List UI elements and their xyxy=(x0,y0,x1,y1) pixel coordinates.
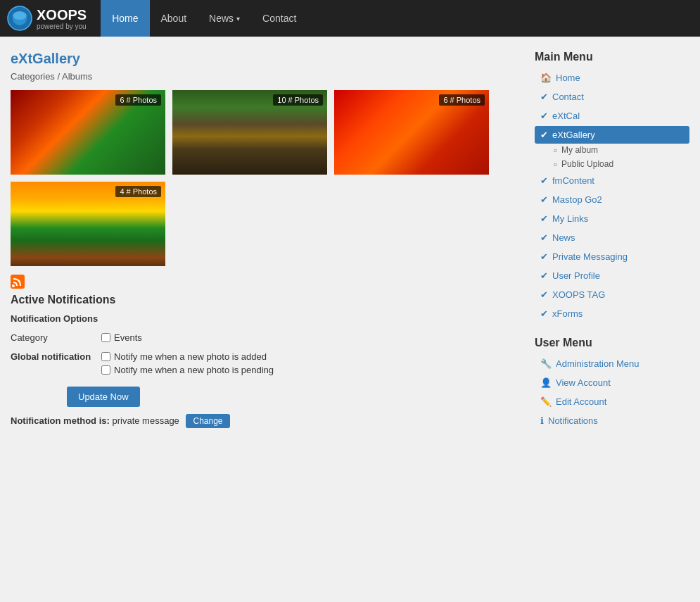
change-button[interactable]: Change xyxy=(186,414,229,428)
notify-new-checkbox[interactable] xyxy=(101,352,110,361)
sidebar-item-privmsg[interactable]: ✔ Private Messaging xyxy=(535,248,689,265)
sidebar-link-fmcontent[interactable]: ✔ fmContent xyxy=(535,172,689,189)
submenu-link-myalbum[interactable]: My album xyxy=(550,144,689,156)
sidebar-item-editaccount[interactable]: ✏️ Edit Account xyxy=(535,393,689,410)
main-menu: 🏠 Home ✔ Contact ✔ eXtCal ✔ eXtGa xyxy=(535,69,689,322)
photo-card-3[interactable]: 6 # Photos xyxy=(334,90,489,175)
sidebar-link-home[interactable]: 🏠 Home xyxy=(535,69,689,87)
notification-options-label: Notification Options xyxy=(11,313,521,324)
sidebar-link-mylinks[interactable]: ✔ My Links xyxy=(535,210,689,227)
nav-contact[interactable]: Contact xyxy=(251,0,307,37)
notify-new-label: Notify me when a new photo is added xyxy=(114,351,267,362)
sidebar-link-mastop[interactable]: ✔ Mastop Go2 xyxy=(535,191,689,208)
submenu-item-publicupload[interactable]: Public Upload xyxy=(550,158,689,170)
photo-badge-1: 6 # Photos xyxy=(115,94,161,106)
sidebar-link-extgallery[interactable]: ✔ eXtGallery xyxy=(535,126,689,144)
sidebar-link-notifications[interactable]: ℹ Notifications xyxy=(535,412,689,429)
update-now-button[interactable]: Update Now xyxy=(67,387,140,407)
sidebar-item-viewaccount[interactable]: 👤 View Account xyxy=(535,374,689,391)
page-title: eXtGallery xyxy=(11,51,521,67)
check-icon-news: ✔ xyxy=(540,232,548,243)
sidebar-item-xoopstag[interactable]: ✔ XOOPS TAG xyxy=(535,286,689,303)
sidebar-label-userprofile: User Profile xyxy=(552,270,600,281)
photo-badge-4: 4 # Photos xyxy=(115,186,161,197)
user-menu-title: User Menu xyxy=(535,337,689,349)
check-icon-contact: ✔ xyxy=(540,92,548,102)
sidebar-link-xoopstag[interactable]: ✔ XOOPS TAG xyxy=(535,286,689,303)
sidebar-link-contact[interactable]: ✔ Contact xyxy=(535,88,689,106)
sidebar-link-admin[interactable]: 🔧 Administration Menu xyxy=(535,355,689,372)
sidebar-item-contact[interactable]: ✔ Contact xyxy=(535,88,689,106)
photo-card-4[interactable]: 4 # Photos xyxy=(11,182,165,266)
sidebar-item-userprofile[interactable]: ✔ User Profile xyxy=(535,267,689,284)
xoops-logo-icon xyxy=(7,6,32,31)
sidebar-item-admin[interactable]: 🔧 Administration Menu xyxy=(535,355,689,372)
sidebar: Main Menu 🏠 Home ✔ Contact ✔ eXtCal xyxy=(535,51,689,444)
sidebar-label-extgallery: eXtGallery xyxy=(552,130,595,140)
notify-pending-checkbox[interactable] xyxy=(101,365,110,375)
events-check-row: Events xyxy=(101,332,274,343)
sidebar-link-editaccount[interactable]: ✏️ Edit Account xyxy=(535,393,689,410)
check-icon-extgallery: ✔ xyxy=(540,130,548,140)
sidebar-label-editaccount: Edit Account xyxy=(556,396,606,407)
sidebar-label-home: Home xyxy=(556,73,580,83)
sidebar-item-home[interactable]: 🏠 Home xyxy=(535,69,689,87)
categories-label: Categories / Albums xyxy=(11,71,521,82)
sidebar-label-extcal: eXtCal xyxy=(552,111,580,121)
submenu-link-publicupload[interactable]: Public Upload xyxy=(550,158,689,170)
sidebar-item-extgallery[interactable]: ✔ eXtGallery My album Public Upload xyxy=(535,126,689,170)
sidebar-link-userprofile[interactable]: ✔ User Profile xyxy=(535,267,689,284)
notification-method: Notification method is: private message … xyxy=(11,414,521,428)
sidebar-label-privmsg: Private Messaging xyxy=(552,251,628,262)
nav-about[interactable]: About xyxy=(150,0,198,37)
sidebar-link-news[interactable]: ✔ News xyxy=(535,229,689,246)
sidebar-link-xforms[interactable]: ✔ xForms xyxy=(535,305,689,322)
person-icon: 👤 xyxy=(540,377,552,388)
brand-logo[interactable]: XOOPS powered by you xyxy=(7,6,87,31)
sidebar-item-fmcontent[interactable]: ✔ fmContent xyxy=(535,172,689,189)
photo-card-2[interactable]: 10 # Photos xyxy=(172,90,327,175)
sidebar-label-xoopstag: XOOPS TAG xyxy=(552,289,605,300)
notification-method-value: private message xyxy=(112,415,179,426)
user-menu: 🔧 Administration Menu 👤 View Account ✏️ … xyxy=(535,355,689,429)
sidebar-link-privmsg[interactable]: ✔ Private Messaging xyxy=(535,248,689,265)
check-icon-mylinks: ✔ xyxy=(540,213,548,224)
notify-new-row: Notify me when a new photo is added xyxy=(101,351,274,362)
sidebar-label-admin: Administration Menu xyxy=(556,358,639,369)
sidebar-item-news[interactable]: ✔ News xyxy=(535,229,689,246)
pencil-icon: ✏️ xyxy=(540,396,552,407)
news-caret: ▾ xyxy=(236,15,240,23)
notify-pending-row: Notify me when a new photo is pending xyxy=(101,365,274,375)
notify-pending-label: Notify me when a new photo is pending xyxy=(114,365,274,375)
wrench-icon: 🔧 xyxy=(540,358,552,369)
sidebar-item-notifications[interactable]: ℹ Notifications xyxy=(535,412,689,429)
sidebar-link-extcal[interactable]: ✔ eXtCal xyxy=(535,107,689,125)
photo-badge-3: 6 # Photos xyxy=(439,94,485,106)
rss-icon-container xyxy=(11,275,521,291)
photo-card-1[interactable]: 6 # Photos xyxy=(11,90,165,175)
extgallery-submenu: My album Public Upload xyxy=(550,144,689,170)
active-notifications-title: Active Notifications xyxy=(11,294,521,306)
content-area: eXtGallery Categories / Albums 6 # Photo… xyxy=(11,51,521,444)
brand-sub: powered by you xyxy=(37,23,87,30)
svg-point-4 xyxy=(12,284,15,287)
navbar: XOOPS powered by you Home About News ▾ C… xyxy=(0,0,700,37)
rss-icon xyxy=(11,275,25,289)
sidebar-item-mastop[interactable]: ✔ Mastop Go2 xyxy=(535,191,689,208)
check-icon-xforms: ✔ xyxy=(540,308,548,319)
info-icon: ℹ xyxy=(540,415,544,426)
sidebar-link-viewaccount[interactable]: 👤 View Account xyxy=(535,374,689,391)
nav-items: Home About News ▾ Contact xyxy=(101,0,307,37)
submenu-item-myalbum[interactable]: My album xyxy=(550,144,689,156)
sidebar-label-fmcontent: fmContent xyxy=(552,175,594,186)
global-notification-label: Global notification xyxy=(11,349,101,381)
nav-home[interactable]: Home xyxy=(101,0,149,37)
svg-point-2 xyxy=(13,11,27,20)
global-notification-row: Global notification Notify me when a new… xyxy=(11,349,279,381)
nav-news[interactable]: News ▾ xyxy=(198,0,251,37)
sidebar-item-extcal[interactable]: ✔ eXtCal xyxy=(535,107,689,125)
category-value: Events xyxy=(101,330,279,349)
sidebar-item-mylinks[interactable]: ✔ My Links xyxy=(535,210,689,227)
sidebar-item-xforms[interactable]: ✔ xForms xyxy=(535,305,689,322)
events-checkbox[interactable] xyxy=(101,333,110,342)
